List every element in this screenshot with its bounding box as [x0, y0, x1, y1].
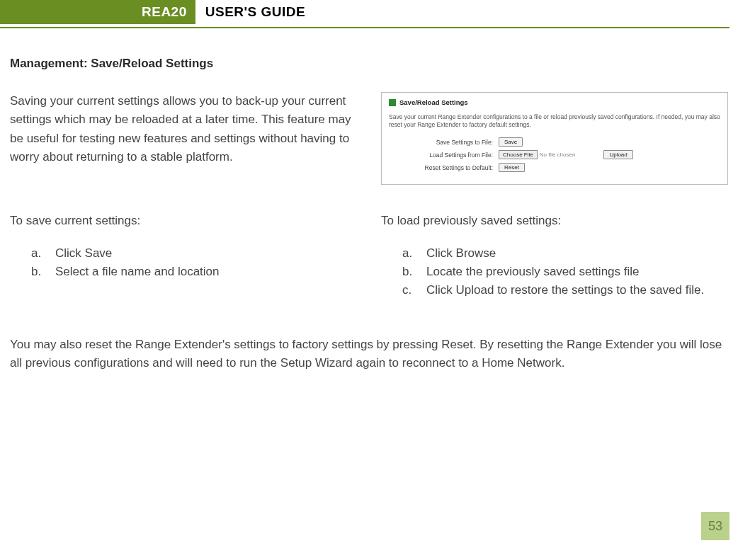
choose-file-button[interactable]: Choose File — [499, 150, 538, 159]
page-content: Management: Save/Reload Settings Saving … — [0, 28, 738, 372]
no-file-text: No file chosen — [540, 152, 576, 158]
save-steps-list: a.Click Save b.Select a file name and lo… — [10, 244, 363, 282]
doc-title: USER'S GUIDE — [195, 0, 315, 24]
list-item: b.Select a file name and location — [31, 263, 363, 281]
header: REA20 USER'S GUIDE — [0, 0, 738, 24]
list-item: c.Click Upload to restore the settings t… — [402, 281, 728, 299]
reset-paragraph: You may also reset the Range Extender's … — [10, 336, 728, 373]
save-to-file-label: Save Settings to File: — [389, 139, 499, 146]
embedded-screenshot: Save/Reload Settings Save your current R… — [381, 92, 728, 185]
list-item: a.Click Browse — [402, 244, 728, 263]
brand-label: REA20 — [0, 0, 195, 24]
page-number: 53 — [701, 512, 730, 540]
screenshot-desc: Save your current Range Extender configu… — [389, 113, 720, 129]
reset-default-label: Reset Settings to Default: — [389, 164, 499, 171]
save-steps-heading: To save current settings: — [10, 212, 363, 230]
square-icon — [389, 99, 396, 106]
upload-button[interactable]: Upload — [603, 150, 632, 159]
list-item: a.Click Save — [31, 244, 363, 263]
intro-paragraph: Saving your current settings allows you … — [10, 92, 363, 166]
reset-button[interactable]: Reset — [499, 163, 525, 172]
list-item: b.Locate the previously saved settings f… — [402, 263, 728, 281]
load-steps-heading: To load previously saved settings: — [381, 212, 728, 230]
load-from-file-label: Load Settings from File: — [389, 152, 499, 159]
load-steps-list: a.Click Browse b.Locate the previously s… — [381, 244, 728, 300]
save-button[interactable]: Save — [499, 137, 523, 147]
screenshot-title: Save/Reload Settings — [399, 98, 468, 106]
section-heading: Management: Save/Reload Settings — [10, 57, 728, 71]
